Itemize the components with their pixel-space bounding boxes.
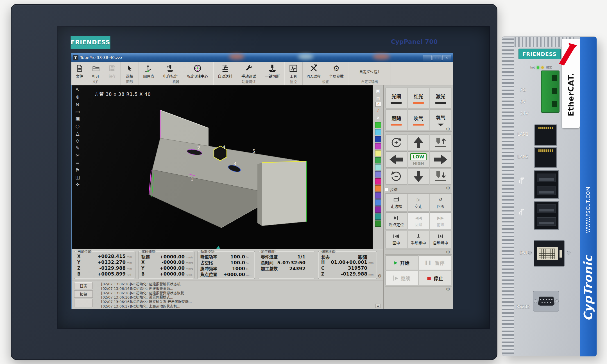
tab-alarm[interactable]: 报警	[74, 290, 93, 298]
step-label: 步进	[390, 186, 398, 192]
plc-process-button[interactable]: PLC过程	[303, 62, 325, 80]
toggle-check-icon[interactable]: ✓	[375, 102, 381, 107]
layer-color-swatch[interactable]	[375, 150, 381, 156]
minimize-button[interactable]: —	[423, 55, 432, 60]
go-origin-button[interactable]: 回原点	[139, 62, 158, 80]
return-center-button[interactable]: 回中	[386, 231, 407, 248]
layer-color-swatch[interactable]	[375, 192, 381, 199]
rotate-plus-button[interactable]	[386, 135, 407, 151]
layer-color-swatch[interactable]	[375, 213, 381, 220]
follow-button[interactable]: 跟随	[386, 110, 407, 130]
rs232-port	[533, 291, 559, 311]
layer-color-swatch[interactable]	[375, 171, 381, 178]
breakpoint-locate-button[interactable]: 断点定位	[386, 212, 407, 230]
auto-feed-button[interactable]: 自动送料	[213, 62, 237, 80]
terminal-slot	[552, 75, 557, 81]
zoom-in-icon[interactable]: ⊕	[76, 94, 80, 100]
pause-button: ▌▌ 暂停	[419, 255, 451, 270]
rotate-minus-button[interactable]	[386, 168, 407, 185]
layer-color-swatch[interactable]	[375, 129, 381, 135]
run-frame-button[interactable]: 走边框	[386, 194, 407, 211]
return-zero-button[interactable]: ↺ 回零	[430, 194, 451, 211]
one-key-cut-button[interactable]: 一键切断	[261, 62, 284, 80]
viewport-3d[interactable]: ↖ ⊕ ⊖ ▭ ▣ ○ △ ◇ ✎ ✂ ≡ ⚑ ◫ ✛ 方管 38 x 38 R…	[72, 85, 373, 249]
drawing-toolbar[interactable]: ↖ ⊕ ⊖ ▭ ▣ ○ △ ◇ ✎ ✂ ≡ ⚑ ◫ ✛	[74, 87, 81, 187]
global-params-button[interactable]: ⚙ 全局参数	[325, 62, 348, 80]
marker-4: 4	[223, 145, 225, 150]
gear-icon: ⚙	[333, 63, 340, 73]
maximize-button[interactable]: ▢	[432, 55, 441, 60]
monitor-brand-logo: FRIENDESS	[71, 36, 110, 49]
layer-color-swatch[interactable]	[375, 164, 381, 170]
manual-centering-button[interactable]: 手动定中	[408, 231, 429, 248]
layer-color-swatch[interactable]	[375, 178, 381, 185]
origin-axes-icon	[145, 63, 153, 73]
nozzle-up-button[interactable]	[430, 135, 451, 151]
laser-button[interactable]: 激光	[430, 88, 451, 108]
dry-run-button[interactable]: ▷ 空走	[408, 194, 429, 211]
jog-up-button[interactable]	[408, 135, 429, 151]
nozzle-down-button[interactable]	[430, 168, 451, 185]
cancel-icon[interactable]: ✕	[376, 114, 380, 121]
stop-button[interactable]: ■ 停止	[419, 271, 451, 285]
circle-tool-icon[interactable]: ○	[76, 124, 80, 129]
run-settings-gear-icon[interactable]: ⚙	[446, 287, 450, 292]
auto-centering-button[interactable]: 自动寻中	[430, 231, 451, 248]
status-settings-gear-icon[interactable]: ⚙	[378, 274, 382, 278]
jog-down-button[interactable]	[408, 168, 429, 185]
tab-log[interactable]: 日志	[74, 282, 93, 289]
jog-settings-gear-icon[interactable]: ⚙	[446, 186, 450, 190]
ethercat-badge: EtherCAT.	[562, 39, 580, 128]
ruler-icon[interactable]: ▤	[376, 94, 380, 102]
mirror-tool-icon[interactable]: ◫	[75, 175, 80, 180]
log-scroll-up-button[interactable]: ▲	[375, 304, 380, 308]
red-light-button[interactable]: 红光	[408, 88, 429, 108]
layer-color-swatch[interactable]	[375, 143, 381, 149]
group-label-custom-output: 自定义输出	[348, 80, 391, 85]
motion-settings-gear-icon[interactable]: ⚙	[446, 250, 450, 254]
title-bar[interactable]: T TubePro 38-38-40.zzx — ▢ ✕	[71, 53, 453, 62]
step-forward-button: ▶▶ 前进	[430, 212, 451, 230]
triangle-tool-icon[interactable]: △	[76, 131, 79, 136]
layer-color-swatch[interactable]	[375, 122, 381, 128]
fit-view-icon[interactable]: ▣	[75, 116, 80, 122]
shutter-button[interactable]: 光闸	[386, 88, 407, 108]
jog-left-button[interactable]	[386, 151, 407, 168]
layer-color-swatch[interactable]	[375, 185, 381, 192]
group-label-file: 文件	[71, 80, 120, 85]
custom-process-button[interactable]: 自定义过程1	[348, 62, 391, 80]
flag-tool-icon[interactable]: ⚑	[75, 167, 80, 173]
controller-side-band: WWW.FSCUT.COM CypTronic	[580, 37, 597, 356]
confirm-icon[interactable]: ✓	[376, 107, 380, 114]
layer-color-swatch[interactable]	[375, 199, 381, 206]
step-checkbox[interactable]	[385, 188, 388, 191]
select-button[interactable]: 选择	[121, 62, 139, 80]
start-button[interactable]: ▶ 开始	[386, 255, 418, 270]
speed-toggle[interactable]: LOW HIGH	[408, 151, 429, 168]
jog-right-button[interactable]	[430, 151, 451, 168]
zoom-out-icon[interactable]: ⊖	[76, 102, 80, 107]
layer-color-swatch[interactable]	[375, 157, 381, 163]
open-button[interactable]: 打开	[88, 62, 104, 80]
close-button[interactable]: ✕	[442, 55, 451, 60]
capacitance-calibration-button[interactable]: 电容标定	[158, 62, 182, 80]
file-button[interactable]: 文件	[71, 62, 88, 80]
cross-tool-icon[interactable]: ✛	[76, 182, 80, 187]
diamond-tool-icon[interactable]: ◇	[76, 138, 79, 144]
layer-color-swatch[interactable]	[375, 220, 381, 227]
tubepro-window: T TubePro 38-38-40.zzx — ▢ ✕ 文件	[71, 53, 453, 309]
zoom-window-icon[interactable]: ▭	[75, 109, 80, 114]
draw-tool-icon[interactable]: ✎	[76, 145, 80, 151]
blow-button[interactable]: 吹气	[408, 110, 429, 130]
cyptronic-controller: FRIENDESS hot HDD FG 0V 24V LAN1 LAN2 DV…	[502, 37, 596, 356]
select-tool-icon[interactable]: ↖	[76, 87, 80, 92]
list-tool-icon[interactable]: ≡	[76, 160, 80, 165]
layer-color-swatch[interactable]	[375, 206, 381, 213]
layers-icon[interactable]: ▣	[376, 87, 380, 94]
cut-tool-icon[interactable]: ✂	[76, 153, 80, 158]
manual-debug-button[interactable]: 手动调试	[237, 62, 261, 80]
calibrate-b-center-button[interactable]: 标定B轴中心	[182, 62, 213, 80]
tools-button[interactable]: 工具	[284, 62, 302, 80]
io-settings-gear-icon[interactable]: ⚙	[446, 127, 450, 131]
layer-color-swatch[interactable]	[375, 136, 381, 142]
